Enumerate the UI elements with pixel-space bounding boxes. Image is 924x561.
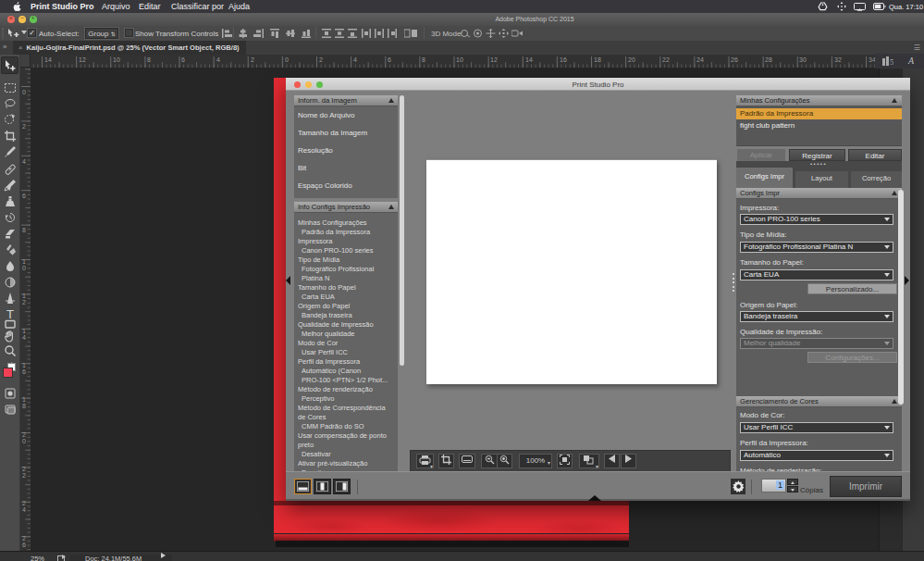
svg-text:6: 6 xyxy=(22,542,26,548)
svg-text:2: 2 xyxy=(22,500,26,506)
svg-text:14: 14 xyxy=(525,56,533,63)
svg-text:2: 2 xyxy=(22,299,26,305)
svg-text:4: 4 xyxy=(216,56,220,63)
svg-text:4: 4 xyxy=(22,506,26,513)
svg-text:18: 18 xyxy=(594,56,601,63)
svg-text:14: 14 xyxy=(44,56,52,63)
svg-text:2: 2 xyxy=(251,56,254,63)
svg-text:8: 8 xyxy=(147,56,151,63)
svg-text:5: 5 xyxy=(890,57,893,66)
svg-text:6: 6 xyxy=(388,56,391,63)
svg-text:1: 1 xyxy=(22,258,26,265)
svg-text:12: 12 xyxy=(79,56,86,63)
svg-text:2: 2 xyxy=(22,123,26,130)
svg-text:1: 1 xyxy=(22,293,26,299)
svg-text:32: 32 xyxy=(834,56,842,63)
svg-text:30: 30 xyxy=(799,56,807,63)
svg-text:2: 2 xyxy=(22,466,26,472)
svg-text:0: 0 xyxy=(22,265,26,271)
svg-text:28: 28 xyxy=(765,56,772,63)
svg-text:2: 2 xyxy=(22,535,26,542)
svg-text:2: 2 xyxy=(22,431,26,438)
svg-text:8: 8 xyxy=(22,227,26,233)
svg-text:8: 8 xyxy=(22,403,26,409)
svg-text:1: 1 xyxy=(22,396,26,403)
svg-text:1: 1 xyxy=(22,328,26,334)
svg-text:10: 10 xyxy=(113,56,120,63)
svg-text:12: 12 xyxy=(490,56,498,63)
svg-text:2: 2 xyxy=(22,472,26,479)
svg-text:20: 20 xyxy=(628,56,635,63)
svg-text:16: 16 xyxy=(560,56,567,63)
svg-text:22: 22 xyxy=(662,56,670,63)
svg-text:0: 0 xyxy=(22,438,26,444)
svg-text:0: 0 xyxy=(285,56,289,63)
svg-text:1: 1 xyxy=(22,362,26,368)
svg-text:6: 6 xyxy=(22,193,26,199)
svg-text:24: 24 xyxy=(696,56,704,63)
svg-text:26: 26 xyxy=(731,56,738,63)
svg-text:0: 0 xyxy=(22,89,26,95)
svg-text:8: 8 xyxy=(422,56,425,63)
svg-text:6: 6 xyxy=(22,368,26,375)
svg-text:4: 4 xyxy=(353,56,357,63)
svg-text:10: 10 xyxy=(456,56,463,63)
svg-text:4: 4 xyxy=(22,158,26,165)
svg-text:6: 6 xyxy=(181,56,185,63)
svg-text:4: 4 xyxy=(22,334,26,341)
svg-text:2: 2 xyxy=(319,56,323,63)
